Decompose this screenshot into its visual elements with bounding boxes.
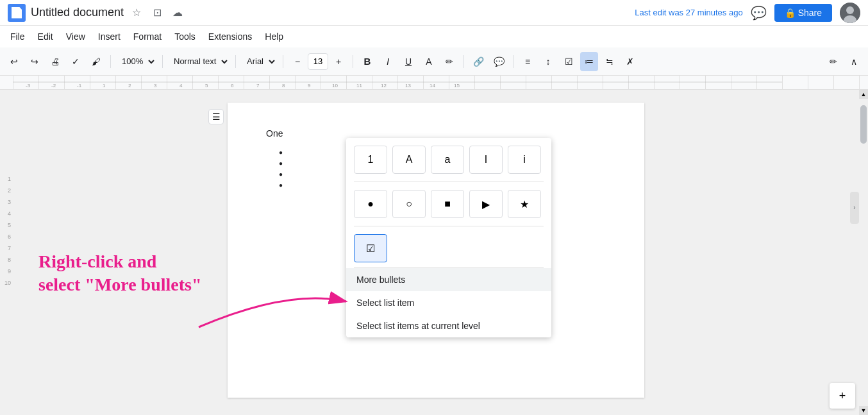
align-button[interactable]: ≡ [519, 52, 537, 71]
scroll-up-button[interactable]: ▲ [859, 90, 868, 99]
numbered-list-button[interactable]: ≒ [601, 52, 619, 71]
line-spacing-button[interactable]: ↕ [539, 52, 557, 71]
list-style-upper-roman[interactable]: I [469, 146, 503, 174]
font-size-decrease[interactable]: − [288, 52, 306, 71]
right-panel-collapse[interactable]: › [850, 192, 859, 224]
divider-2 [162, 55, 163, 68]
filled-circle-icon: ● [367, 198, 374, 210]
star-icon[interactable]: ☆ [129, 5, 144, 21]
svg-text:15: 15 [454, 83, 460, 89]
divider-3 [235, 55, 236, 68]
undo-button[interactable]: ↩ [5, 52, 23, 71]
highlight-button[interactable]: ✏ [440, 52, 458, 71]
svg-text:-1: -1 [77, 83, 82, 89]
filled-square-icon: ■ [444, 198, 451, 210]
toolbar-collapse-button[interactable]: ∧ [845, 52, 863, 71]
select-list-item-label: Select list item [356, 298, 414, 308]
comments-icon[interactable]: 💬 [751, 5, 767, 21]
menu-view[interactable]: View [61, 29, 90, 44]
menu-extensions[interactable]: Extensions [203, 29, 257, 44]
menu-help[interactable]: Help [260, 29, 288, 44]
svg-text:-3: -3 [26, 83, 31, 89]
menu-edit[interactable]: Edit [33, 29, 58, 44]
list-style-checkbox[interactable]: ☑ [354, 234, 387, 262]
svg-text:3: 3 [154, 83, 157, 89]
list-style-filled-circle[interactable]: ● [354, 190, 387, 218]
share-button[interactable]: 🔒 Share [774, 4, 832, 22]
insert-link-button[interactable]: 🔗 [469, 52, 487, 71]
star-icon: ★ [520, 198, 529, 210]
upper-alpha-label: A [406, 154, 413, 165]
paint-format-button[interactable]: 🖌 [87, 52, 105, 71]
folder-icon[interactable]: ⊡ [149, 5, 165, 21]
menu-format[interactable]: Format [128, 29, 167, 44]
select-list-items-level-label: Select list items at current level [356, 321, 480, 331]
checkbox-icon: ☑ [366, 242, 375, 255]
checkbox-grid: ☑ [346, 226, 551, 267]
docs-icon [8, 4, 26, 22]
doc-text-one: One [266, 128, 606, 139]
checklist-button[interactable]: ☑ [560, 52, 578, 71]
redo-button[interactable]: ↪ [26, 52, 44, 71]
select-list-item[interactable]: Select list item [346, 291, 551, 314]
print-button[interactable]: 🖨 [46, 52, 64, 71]
clear-format-button[interactable]: ✗ [621, 52, 639, 71]
scroll-thumb[interactable] [860, 105, 867, 144]
list-style-lower-alpha[interactable]: a [431, 146, 464, 174]
lower-roman-label: i [523, 154, 526, 165]
select-list-items-level[interactable]: Select list items at current level [346, 314, 551, 337]
svg-text:4: 4 [179, 83, 183, 89]
vertical-scrollbar[interactable]: ▲ ▼ [859, 90, 868, 415]
toolbar: ↩ ↪ 🖨 ✓ 🖌 100% Normal text Arial − + B I… [0, 47, 868, 76]
svg-text:11: 11 [356, 83, 362, 89]
italic-button[interactable]: I [379, 52, 397, 71]
editing-mode-button[interactable]: ✏ [824, 52, 842, 71]
list-style-empty-circle[interactable]: ○ [392, 190, 426, 218]
bullet-list-button[interactable]: ≔ [580, 52, 598, 71]
list-style-filled-square[interactable]: ■ [431, 190, 464, 218]
more-bullets-label: More bullets [356, 275, 405, 285]
title-actions: ☆ ⊡ ☁ [129, 5, 185, 21]
spellcheck-button[interactable]: ✓ [67, 52, 85, 71]
more-bullets-item[interactable]: More bullets [346, 268, 551, 291]
svg-text:7: 7 [256, 83, 260, 89]
add-page-button[interactable]: + [830, 383, 855, 409]
insert-comment-button[interactable]: 💬 [490, 52, 508, 71]
underline-button[interactable]: U [399, 52, 417, 71]
last-edit-text: Last edit was 27 minutes ago [635, 8, 742, 17]
bullet-symbol-grid: ● ○ ■ ▶ ★ [346, 182, 551, 226]
arrow-icon: ▶ [482, 198, 490, 210]
bold-button[interactable]: B [358, 52, 376, 71]
scroll-track[interactable] [859, 99, 868, 406]
outline-icon[interactable]: ☰ [208, 109, 224, 124]
user-avatar[interactable] [840, 3, 860, 23]
menu-bar: File Edit View Insert Format Tools Exten… [0, 26, 868, 47]
divider-1 [110, 55, 111, 68]
svg-text:13: 13 [405, 83, 411, 89]
list-style-star[interactable]: ★ [508, 190, 541, 218]
title-bar: Untitled document ☆ ⊡ ☁ Last edit was 27… [0, 0, 868, 26]
right-actions: Last edit was 27 minutes ago 💬 🔒 Share [627, 3, 860, 23]
zoom-select[interactable]: 100% [116, 53, 157, 71]
list-style-lower-roman[interactable]: i [508, 146, 541, 174]
ruler-inner: -3 -2 -1 1 2 3 4 5 6 7 8 9 10 11 12 13 1… [13, 76, 868, 89]
style-select[interactable]: Normal text [168, 53, 230, 71]
cloud-icon[interactable]: ☁ [170, 5, 185, 21]
divider-5 [353, 55, 353, 68]
empty-circle-icon: ○ [406, 198, 412, 210]
font-size-input[interactable] [308, 53, 328, 70]
list-style-upper-alpha[interactable]: A [392, 146, 426, 174]
text-color-button[interactable]: A [420, 52, 438, 71]
list-style-numbered[interactable]: 1 [354, 146, 387, 174]
share-label: Share [798, 8, 822, 18]
menu-insert[interactable]: Insert [93, 29, 126, 44]
divider-7 [513, 55, 513, 68]
document-title[interactable]: Untitled document [31, 6, 124, 19]
scroll-down-button[interactable]: ▼ [859, 406, 868, 415]
list-style-arrow[interactable]: ▶ [469, 190, 503, 218]
font-select[interactable]: Arial [241, 53, 278, 71]
menu-file[interactable]: File [5, 29, 30, 44]
font-size-increase[interactable]: + [330, 52, 347, 71]
menu-tools[interactable]: Tools [169, 29, 201, 44]
svg-point-1 [846, 6, 854, 14]
